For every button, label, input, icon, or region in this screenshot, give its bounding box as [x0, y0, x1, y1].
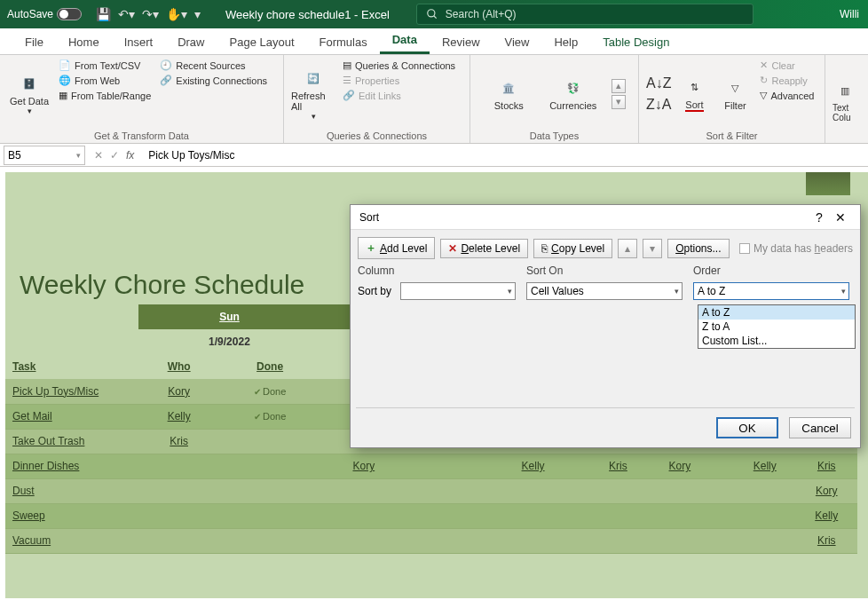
- fx-icon[interactable]: fx: [126, 149, 134, 162]
- options-button[interactable]: Options...: [667, 239, 729, 258]
- tab-formulas[interactable]: Formulas: [307, 30, 380, 54]
- from-web-button[interactable]: 🌐From Web: [57, 74, 153, 87]
- data-cell[interactable]: [588, 478, 649, 503]
- data-cell[interactable]: [219, 478, 320, 503]
- data-cell[interactable]: [138, 454, 219, 478]
- toggle-switch-icon[interactable]: [57, 8, 82, 20]
- tab-draw[interactable]: Draw: [165, 30, 217, 54]
- name-box[interactable]: B5: [4, 146, 85, 165]
- task-cell[interactable]: Dust: [5, 478, 138, 503]
- data-cell[interactable]: [564, 454, 587, 478]
- data-cell[interactable]: [564, 503, 587, 528]
- table-row[interactable]: Dinner DishesKoryKellyKrisKoryKellyKris: [5, 454, 857, 478]
- data-cell[interactable]: [219, 454, 320, 478]
- data-cell[interactable]: [219, 429, 320, 454]
- text-to-columns-button[interactable]: ▥Text Colu: [832, 59, 857, 143]
- data-cell[interactable]: Kelly: [502, 454, 564, 478]
- data-cell[interactable]: Kris: [795, 528, 857, 553]
- order-combo[interactable]: A to Z: [693, 282, 849, 300]
- sort-asc-icon[interactable]: A↓Z: [646, 75, 671, 91]
- data-cell[interactable]: [407, 478, 502, 503]
- data-cell[interactable]: [320, 478, 407, 503]
- formula-input[interactable]: Pick Up Toys/Misc: [143, 149, 868, 162]
- data-cell[interactable]: Kory: [320, 454, 407, 478]
- table-row[interactable]: VacuumKris: [5, 528, 857, 553]
- undo-icon[interactable]: ↶▾: [118, 7, 135, 21]
- data-cell[interactable]: [649, 478, 710, 503]
- data-cell[interactable]: [407, 454, 502, 478]
- user-name[interactable]: Willi: [831, 8, 868, 20]
- data-cell[interactable]: Kory: [138, 379, 219, 404]
- task-cell[interactable]: Dinner Dishes: [5, 454, 138, 478]
- dropdown-item[interactable]: A to Z: [698, 305, 855, 320]
- tab-insert[interactable]: Insert: [112, 30, 166, 54]
- copy-level-button[interactable]: ⎘Copy Level: [533, 239, 612, 258]
- data-cell[interactable]: Kelly: [795, 503, 857, 528]
- tab-home[interactable]: Home: [56, 30, 112, 54]
- touch-icon[interactable]: ✋▾: [166, 7, 187, 21]
- search-input[interactable]: Search (Alt+Q): [416, 4, 754, 25]
- data-cell[interactable]: [734, 528, 795, 553]
- tab-file[interactable]: File: [12, 30, 56, 54]
- data-cell[interactable]: Kris: [588, 454, 649, 478]
- data-cell[interactable]: [711, 454, 734, 478]
- data-cell[interactable]: Kelly: [734, 454, 795, 478]
- sorton-combo[interactable]: Cell Values: [526, 282, 683, 300]
- add-level-button[interactable]: ＋Add Level: [358, 237, 435, 259]
- from-text-csv-button[interactable]: 📄From Text/CSV: [57, 59, 153, 72]
- data-cell[interactable]: [320, 503, 407, 528]
- tab-review[interactable]: Review: [430, 30, 493, 54]
- queries-connections-button[interactable]: ▤Queries & Connections: [341, 59, 457, 72]
- scroll-up-icon[interactable]: ▴: [612, 79, 626, 93]
- data-cell[interactable]: [502, 478, 564, 503]
- data-cell[interactable]: [219, 503, 320, 528]
- data-cell[interactable]: [502, 528, 564, 553]
- redo-icon[interactable]: ↷▾: [142, 7, 159, 21]
- data-cell[interactable]: [588, 503, 649, 528]
- accept-formula-icon[interactable]: ✓: [110, 149, 119, 162]
- task-cell[interactable]: Pick Up Toys/Misc: [5, 379, 138, 404]
- data-cell[interactable]: [138, 478, 219, 503]
- data-cell[interactable]: Kris: [138, 429, 219, 454]
- data-cell[interactable]: [711, 478, 734, 503]
- recent-sources-button[interactable]: 🕘Recent Sources: [158, 59, 269, 72]
- tab-view[interactable]: View: [493, 30, 542, 54]
- sort-button[interactable]: ⇅ Sort: [676, 59, 712, 129]
- from-table-button[interactable]: ▦From Table/Range: [57, 89, 153, 102]
- data-cell[interactable]: [564, 528, 587, 553]
- data-cell[interactable]: [734, 503, 795, 528]
- data-cell[interactable]: [138, 503, 219, 528]
- get-data-button[interactable]: 🗄️ Get Data▾: [7, 59, 51, 129]
- data-cell[interactable]: Kory: [795, 478, 857, 503]
- table-row[interactable]: DustKory: [5, 478, 857, 503]
- stocks-button[interactable]: 🏛️Stocks: [483, 77, 535, 111]
- data-cell[interactable]: [219, 528, 320, 553]
- task-cell[interactable]: Sweep: [5, 503, 138, 528]
- tab-page-layout[interactable]: Page Layout: [217, 30, 307, 54]
- filter-button[interactable]: ▽ Filter: [717, 59, 753, 129]
- order-dropdown[interactable]: A to Z Z to A Custom List...: [698, 304, 856, 349]
- data-cell[interactable]: [502, 503, 564, 528]
- scroll-down-icon[interactable]: ▾: [612, 95, 626, 109]
- ok-button[interactable]: OK: [716, 417, 778, 438]
- autosave-toggle[interactable]: AutoSave: [0, 8, 89, 20]
- close-icon[interactable]: ✕: [830, 210, 851, 225]
- data-cell[interactable]: [711, 528, 734, 553]
- data-cell[interactable]: [138, 528, 219, 553]
- data-cell[interactable]: [711, 503, 734, 528]
- data-cell[interactable]: Done: [219, 379, 320, 404]
- dropdown-item[interactable]: Custom List...: [698, 334, 855, 348]
- data-cell[interactable]: [649, 503, 710, 528]
- data-cell[interactable]: [564, 478, 587, 503]
- headers-checkbox[interactable]: My data has headers: [739, 242, 853, 255]
- save-icon[interactable]: 💾: [96, 7, 111, 21]
- sortby-combo[interactable]: [400, 282, 516, 300]
- help-icon[interactable]: ?: [809, 210, 830, 225]
- data-cell[interactable]: [407, 503, 502, 528]
- tab-data[interactable]: Data: [380, 28, 430, 54]
- cancel-formula-icon[interactable]: ✕: [94, 149, 103, 162]
- delete-level-button[interactable]: ✕Delete Level: [440, 239, 528, 258]
- data-cell[interactable]: [649, 528, 710, 553]
- data-cell[interactable]: Kelly: [138, 404, 219, 429]
- advanced-button[interactable]: ▽Advanced: [758, 89, 816, 102]
